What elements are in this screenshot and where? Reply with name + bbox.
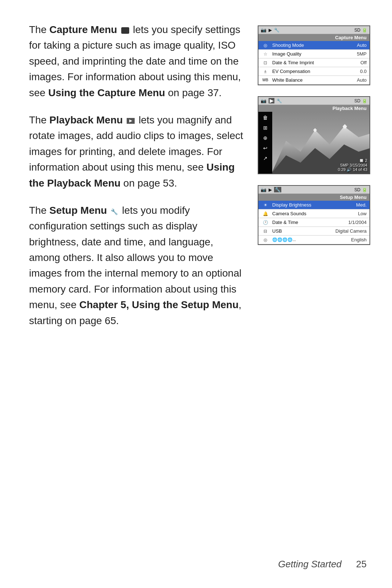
playback-screen: 📷 ▶ 🔧 SD 🔋 Playback Menu 🗑 — [258, 96, 374, 174]
ev-label: EV Compensation — [272, 69, 357, 74]
page-footer: Getting Started 25 — [0, 559, 392, 570]
sounds-label: Camera Sounds — [272, 211, 355, 216]
usb-icon: ⊟ — [261, 229, 269, 234]
ev-value: 0.0 — [360, 69, 367, 74]
language-icon: ◎ — [261, 237, 269, 242]
setup-screen: 📷 ▶ 🔧 SD 🔋 Setup Menu ☀ Display Brightne… — [258, 185, 374, 245]
playback-image: 🔲 2 5MP 3/15/2004 0:29 🔊 14 of 43 — [272, 112, 369, 173]
setup-camera-screen: 📷 ▶ 🔧 SD 🔋 Setup Menu ☀ Display Brightne… — [258, 185, 370, 245]
playback-menu-name: Playback Menu — [49, 114, 123, 126]
setup-row-sounds: 🔔 Camera Sounds Low — [258, 209, 369, 218]
shooting-mode-icon: ◎ — [261, 43, 269, 48]
setup-paragraph: The Setup Menu 🔧 lets you modify configu… — [29, 203, 243, 328]
setup-cam-icon: 📷 — [261, 187, 266, 192]
setup-play-icon: ▶ — [269, 187, 272, 192]
playback-camera-screen: 📷 ▶ 🔧 SD 🔋 Playback Menu 🗑 — [258, 96, 370, 174]
playback-body: 🗑 ⊞ ⊕ ↩ ↗ — [258, 112, 369, 173]
shooting-mode-label: Shooting Mode — [272, 42, 354, 48]
setup-intro: The — [29, 205, 49, 216]
brightness-value: Med. — [356, 202, 367, 208]
playback-battery-icon: 🔋 — [362, 98, 367, 103]
text-column: The Capture Menu lets you specify settin… — [29, 22, 243, 340]
brightness-label: Display Brightness — [272, 202, 353, 208]
setup-row-language: ◎ 🌐🌐🌐🌐... English — [258, 236, 369, 244]
wb-value: Auto — [357, 77, 367, 83]
playback-play-icon: ▶ — [269, 98, 274, 103]
language-label: 🌐🌐🌐🌐... — [272, 237, 348, 242]
datetime-value: Off — [360, 60, 367, 65]
playback-frame-icon: 🔲 2 — [338, 158, 367, 163]
setup-datetime-label: Date & Time — [272, 220, 345, 225]
capture-intro: The — [29, 24, 49, 35]
capture-camera-screen: 📷 ▶ 🔧 SD 🔋 Capture Menu ◎ Shooting Mode … — [258, 25, 370, 85]
playback-share-icon: ↗ — [263, 155, 268, 161]
playback-wrench-icon: 🔧 — [277, 98, 282, 103]
language-value: English — [351, 237, 367, 242]
capture-screen: 📷 ▶ 🔧 SD 🔋 Capture Menu ◎ Shooting Mode … — [258, 25, 374, 85]
playback-sd-label: SD — [354, 98, 360, 103]
image-quality-value: 5MP — [357, 51, 367, 57]
usb-label: USB — [272, 228, 332, 234]
setup-row-usb: ⊟ USB Digital Camera — [258, 227, 369, 236]
shooting-mode-value: Auto — [357, 42, 367, 48]
playback-topbar-right: SD 🔋 — [354, 98, 367, 103]
capture-playback-icon: ▶ — [269, 28, 272, 33]
wb-icon: WB — [261, 78, 269, 82]
playback-info-line2: 5MP 3/15/2004 — [338, 163, 367, 167]
setup-title-bar: Setup Menu — [258, 194, 369, 201]
capture-row-shooting: ◎ Shooting Mode Auto — [258, 41, 369, 50]
usb-value: Digital Camera — [335, 228, 367, 234]
screens-column: 📷 ▶ 🔧 SD 🔋 Capture Menu ◎ Shooting Mode … — [258, 22, 374, 340]
capture-row-quality: ☆ Image Quality 5MP — [258, 50, 369, 58]
footer-section-label: Getting Started — [278, 559, 342, 570]
capture-topbar-icons: 📷 ▶ 🔧 — [261, 27, 279, 33]
playback-icon: ▶ — [127, 118, 135, 124]
capture-wrench-icon: 🔧 — [274, 28, 279, 33]
playback-overlay: 🔲 2 5MP 3/15/2004 0:29 🔊 14 of 43 — [336, 157, 369, 173]
setup-middle-text: lets you modify configuration settings s… — [29, 205, 241, 326]
setup-menu-name: Setup Menu — [49, 205, 107, 216]
capture-row-ev: ± EV Compensation 0.0 — [258, 67, 369, 76]
sounds-value: Low — [358, 211, 367, 216]
capture-paragraph: The Capture Menu lets you specify settin… — [29, 22, 243, 101]
image-quality-label: Image Quality — [272, 51, 354, 57]
capture-mode-icon: 📷 — [261, 27, 266, 33]
capture-topbar-right: SD 🔋 — [354, 28, 367, 33]
playback-rotate-icon: ↩ — [263, 145, 268, 151]
setup-sd-label: SD — [354, 187, 360, 192]
setup-row-datetime: 🕐 Date & Time 1/1/2004 — [258, 218, 369, 227]
ev-icon: ± — [261, 69, 269, 74]
capture-title-bar: Capture Menu — [258, 34, 369, 41]
playback-topbar: 📷 ▶ 🔧 SD 🔋 — [258, 97, 369, 105]
brightness-icon: ☀ — [261, 203, 269, 208]
setup-wrench-icon-active: 🔧 — [274, 187, 281, 192]
capture-menu-name: Capture Menu — [49, 24, 117, 35]
playback-zoom-icon: ⊕ — [263, 135, 268, 141]
playback-icons-col: 🗑 ⊞ ⊕ ↩ ↗ — [258, 112, 272, 173]
image-quality-icon: ☆ — [261, 52, 269, 57]
setup-topbar: 📷 ▶ 🔧 SD 🔋 — [258, 186, 369, 194]
sounds-icon: 🔔 — [261, 211, 269, 216]
datetime-label: Date & Time Imprint — [272, 60, 358, 65]
playback-grid-icon: ⊞ — [263, 125, 268, 131]
playback-topbar-icons: 📷 ▶ 🔧 — [261, 98, 282, 103]
capture-sd-icon: SD — [354, 28, 360, 33]
setup-row-brightness: ☀ Display Brightness Med. — [258, 201, 369, 209]
footer-page-number: 25 — [356, 559, 367, 570]
setup-topbar-icons: 📷 ▶ 🔧 — [261, 187, 281, 192]
capture-row-datetime: ⊡ Date & Time Imprint Off — [258, 58, 369, 67]
playback-intro: The — [29, 114, 49, 126]
capture-topbar: 📷 ▶ 🔧 SD 🔋 — [258, 26, 369, 34]
datetime-icon: ⊡ — [261, 60, 269, 65]
playback-title-bar: Playback Menu — [258, 105, 369, 112]
playback-paragraph: The Playback Menu ▶ lets you magnify and… — [29, 112, 243, 191]
setup-topbar-right: SD 🔋 — [354, 187, 367, 192]
setup-battery-icon: 🔋 — [362, 187, 367, 192]
setup-datetime-icon: 🕐 — [261, 220, 269, 225]
playback-info-line3: 0:29 🔊 14 of 43 — [338, 167, 367, 172]
wb-label: White Balance — [272, 77, 354, 83]
setup-icon: 🔧 — [111, 208, 118, 215]
capture-battery-icon: 🔋 — [362, 28, 367, 33]
playback-delete-icon: 🗑 — [263, 115, 268, 121]
page-content: The Capture Menu lets you specify settin… — [0, 0, 392, 362]
